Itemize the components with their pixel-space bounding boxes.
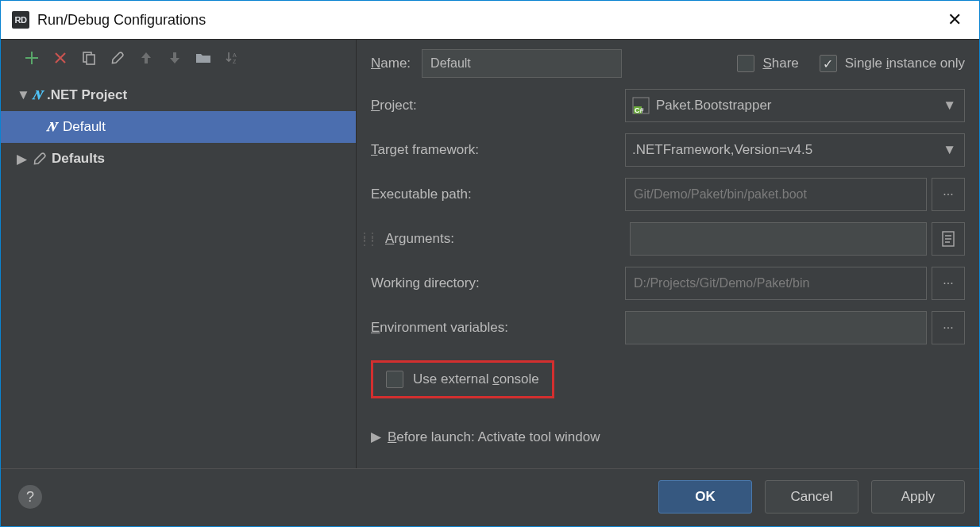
browse-exe-button[interactable]: ···: [932, 178, 965, 211]
folder-button[interactable]: [193, 48, 214, 68]
chevron-down-icon: ▼: [17, 87, 28, 103]
dotnet-icon: 𝑵: [47, 120, 56, 134]
before-launch-label: Before launch: Activate tool window: [388, 429, 600, 445]
working-directory-label: Working directory:: [371, 275, 617, 291]
cancel-button[interactable]: Cancel: [765, 480, 858, 514]
share-checkbox[interactable]: Share: [737, 55, 798, 72]
chevron-right-icon: ▶: [17, 151, 28, 167]
svg-rect-1: [87, 55, 95, 64]
apply-button[interactable]: Apply: [871, 480, 965, 514]
tree-group-label: .NET Project: [47, 87, 127, 103]
config-toolbar: AZ: [1, 40, 356, 76]
help-button[interactable]: ?: [18, 485, 42, 509]
name-label: Name:: [371, 56, 411, 71]
tree-group-defaults[interactable]: ▶ Defaults: [1, 143, 356, 175]
close-icon[interactable]: ✕: [941, 6, 968, 33]
arguments-label: Arguments:: [385, 231, 622, 247]
name-input[interactable]: [422, 49, 622, 78]
edit-defaults-button[interactable]: [107, 48, 128, 68]
add-button[interactable]: [21, 48, 42, 68]
sort-az-button[interactable]: AZ: [222, 48, 242, 68]
target-framework-select[interactable]: .NETFramework,Version=v4.5 ▼: [625, 133, 965, 167]
executable-path-input[interactable]: [625, 178, 927, 211]
chevron-down-icon: ▼: [939, 142, 959, 158]
config-form: Name: Share Single instance only Project…: [357, 40, 979, 468]
move-down-button[interactable]: [164, 48, 185, 68]
tree-item-default[interactable]: 𝑵 Default: [1, 111, 356, 143]
svg-text:C#: C#: [635, 106, 644, 114]
expand-arguments-button[interactable]: [932, 222, 965, 256]
working-directory-input[interactable]: [625, 267, 927, 300]
dotnet-icon: 𝑵: [33, 88, 42, 102]
copy-button[interactable]: [79, 48, 99, 68]
before-launch-section[interactable]: ▶ Before launch: Activate tool window: [371, 429, 965, 445]
tree-defaults-label: Defaults: [52, 151, 105, 167]
config-tree: ▼ 𝑵 .NET Project 𝑵 Default ▶ Defaults: [1, 76, 356, 468]
window-title: Run/Debug Configurations: [37, 12, 206, 29]
app-badge-icon: RD: [12, 11, 29, 29]
svg-text:Z: Z: [233, 59, 237, 64]
remove-button[interactable]: [50, 48, 71, 68]
move-up-button[interactable]: [136, 48, 156, 68]
target-framework-label: Target framework:: [371, 142, 617, 158]
use-external-console-checkbox[interactable]: [386, 371, 403, 388]
ok-button[interactable]: OK: [658, 480, 752, 514]
target-framework-value: .NETFramework,Version=v4.5: [632, 142, 812, 158]
tree-item-label: Default: [63, 119, 106, 135]
project-select[interactable]: C# Paket.Bootstrapper ▼: [625, 89, 965, 122]
tree-group-net-project[interactable]: ▼ 𝑵 .NET Project: [1, 79, 356, 111]
use-external-console-highlight: Use external console: [371, 360, 554, 398]
csharp-project-icon: C#: [632, 97, 650, 114]
chevron-down-icon: ▼: [939, 98, 959, 113]
project-value: Paket.Bootstrapper: [656, 98, 772, 113]
env-variables-input[interactable]: [625, 311, 927, 344]
use-external-console-label: Use external console: [413, 371, 539, 387]
browse-env-button[interactable]: ···: [932, 311, 965, 344]
grip-icon: ⋮⋮⋮⋮: [360, 234, 376, 244]
configurations-panel: AZ ▼ 𝑵 .NET Project 𝑵 Default ▶: [1, 40, 357, 468]
executable-path-label: Executable path:: [371, 187, 617, 202]
env-variables-label: Environment variables:: [371, 320, 617, 336]
single-instance-label: Single instance only: [845, 56, 965, 71]
titlebar: RD Run/Debug Configurations ✕: [1, 1, 979, 39]
share-label: Share: [762, 56, 798, 71]
wrench-icon: [33, 152, 47, 166]
single-instance-checkbox[interactable]: Single instance only: [820, 55, 965, 72]
browse-wd-button[interactable]: ···: [932, 267, 965, 300]
project-label: Project:: [371, 98, 617, 113]
svg-text:A: A: [233, 52, 237, 58]
arguments-input[interactable]: [630, 222, 927, 256]
chevron-right-icon: ▶: [371, 429, 381, 445]
dialog-footer: ? OK Cancel Apply: [1, 468, 979, 527]
